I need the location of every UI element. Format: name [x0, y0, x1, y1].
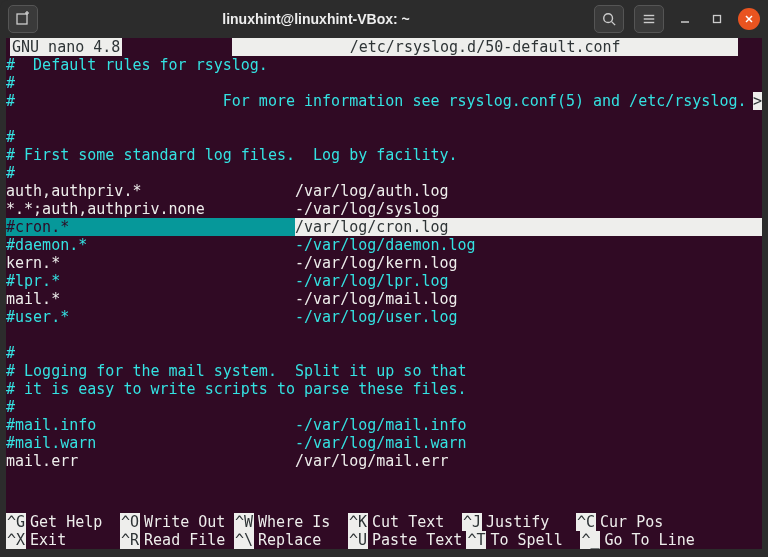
shortcut-key: ^X [6, 531, 26, 549]
shortcut-item: ^WWhere Is [234, 513, 348, 531]
shortcut-item: ^TTo Spell [466, 531, 580, 549]
window-title: linuxhint@linuxhint-VBox: ~ [38, 11, 594, 27]
maximize-button[interactable] [706, 8, 728, 30]
shortcut-key: ^C [576, 513, 596, 531]
nano-app-name: GNU nano 4.8 [10, 38, 122, 56]
editor-line: # [6, 128, 762, 146]
editor-line: #cron.* /var/log/cron.log [6, 218, 762, 236]
shortcut-label: Get Help [26, 513, 106, 531]
new-tab-icon [15, 11, 31, 27]
new-tab-button[interactable] [8, 5, 38, 33]
shortcut-item: ^KCut Text [348, 513, 462, 531]
shortcut-key: ^J [462, 513, 482, 531]
editor-line: # [6, 164, 762, 182]
shortcut-bar: ^GGet Help^OWrite Out^WWhere Is^KCut Tex… [6, 513, 762, 549]
shortcut-label: Paste Text [368, 531, 466, 549]
editor-line: # [6, 398, 762, 416]
shortcut-item: ^RRead File [120, 531, 234, 549]
editor-line: auth,authpriv.* /var/log/auth.log [6, 182, 762, 200]
svg-rect-9 [714, 16, 721, 23]
editor-line [6, 110, 762, 128]
search-button[interactable] [594, 5, 624, 33]
shortcut-label: Write Out [140, 513, 229, 531]
shortcut-item: ^OWrite Out [120, 513, 234, 531]
editor-line: # it is easy to write scripts to parse t… [6, 380, 762, 398]
svg-line-4 [612, 22, 616, 26]
editor-line [6, 326, 762, 344]
shortcut-label: To Spell [486, 531, 566, 549]
shortcut-key: ^K [348, 513, 368, 531]
menu-button[interactable] [634, 5, 664, 33]
svg-rect-0 [17, 14, 27, 24]
shortcut-label: Cut Text [368, 513, 448, 531]
shortcut-key: ^\ [234, 531, 254, 549]
editor-line: #lpr.* -/var/log/lpr.log [6, 272, 762, 290]
shortcut-key: ^G [6, 513, 26, 531]
shortcut-key: ^W [234, 513, 254, 531]
search-icon [602, 12, 616, 26]
minimize-button[interactable] [674, 8, 696, 30]
editor-line: # [6, 74, 762, 92]
shortcut-label: Cur Pos [596, 513, 667, 531]
shortcut-item: ^\Replace [234, 531, 348, 549]
editor-line: #mail.warn -/var/log/mail.warn [6, 434, 762, 452]
editor-line: #mail.info -/var/log/mail.info [6, 416, 762, 434]
editor-body: # Default rules for rsyslog.## For more … [6, 56, 762, 470]
nano-file-path: /etc/rsyslog.d/50-default.conf [232, 38, 738, 56]
minimize-icon [680, 14, 690, 24]
shortcut-key: ^O [120, 513, 140, 531]
shortcut-key: ^T [466, 531, 486, 549]
close-button[interactable] [738, 8, 760, 30]
shortcut-item: ^XExit [6, 531, 120, 549]
maximize-icon [712, 14, 722, 24]
editor-line: #user.* -/var/log/user.log [6, 308, 762, 326]
hamburger-icon [642, 12, 656, 26]
shortcut-label: Exit [26, 531, 70, 549]
editor-line: # Logging for the mail system. Split it … [6, 362, 762, 380]
close-icon [744, 14, 754, 24]
titlebar: linuxhint@linuxhint-VBox: ~ [0, 0, 768, 38]
shortcut-item: ^JJustify [462, 513, 576, 531]
shortcut-key: ^_ [580, 531, 600, 549]
editor-line: mail.* -/var/log/mail.log [6, 290, 762, 308]
editor-line: kern.* -/var/log/kern.log [6, 254, 762, 272]
shortcut-key: ^R [120, 531, 140, 549]
shortcut-key: ^U [348, 531, 368, 549]
editor-line: # First some standard log files. Log by … [6, 146, 762, 164]
svg-point-3 [604, 14, 613, 23]
editor-line: # [6, 344, 762, 362]
shortcut-item: ^GGet Help [6, 513, 120, 531]
shortcut-item: ^UPaste Text [348, 531, 466, 549]
editor-line: mail.err /var/log/mail.err [6, 452, 762, 470]
editor-line: *.*;auth,authpriv.none -/var/log/syslog [6, 200, 762, 218]
terminal-area[interactable]: GNU nano 4.8 /etc/rsyslog.d/50-default.c… [6, 38, 762, 549]
editor-line: #daemon.* -/var/log/daemon.log [6, 236, 762, 254]
shortcut-label: Where Is [254, 513, 334, 531]
editor-line: # For more information see rsyslog.conf(… [6, 92, 762, 110]
shortcut-label: Replace [254, 531, 325, 549]
shortcut-label: Read File [140, 531, 229, 549]
editor-line: # Default rules for rsyslog. [6, 56, 762, 74]
shortcut-item: ^_Go To Line [580, 531, 698, 549]
shortcut-label: Go To Line [600, 531, 698, 549]
shortcut-label: Justify [482, 513, 553, 531]
nano-header: GNU nano 4.8 /etc/rsyslog.d/50-default.c… [6, 38, 762, 56]
shortcut-item: ^CCur Pos [576, 513, 690, 531]
